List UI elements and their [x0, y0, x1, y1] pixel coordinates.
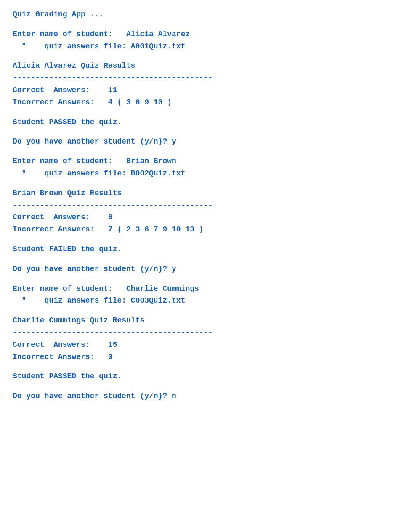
student3-results-header: Charlie Cummings Quiz Results	[13, 314, 407, 327]
student2-enter-name: Enter name of student: Brian Brown	[13, 155, 407, 167]
student3-incorrect: Incorrect Answers: 0	[13, 351, 407, 363]
spacer-9	[13, 275, 407, 283]
student1-results-header: Alicia Alvarez Quiz Results	[13, 60, 407, 72]
spacer-10	[13, 307, 407, 314]
spacer-11	[13, 363, 407, 370]
spacer-2	[13, 52, 407, 60]
spacer-12	[13, 383, 407, 390]
student1-divider: ----------------------------------------…	[13, 72, 407, 84]
spacer-5	[13, 148, 407, 155]
student2-divider: ----------------------------------------…	[13, 199, 407, 212]
spacer-8	[13, 255, 407, 263]
student3-correct: Correct Answers: 15	[13, 339, 407, 351]
student2-pass-fail: Student FAILED the quiz.	[13, 243, 407, 255]
spacer-4	[13, 128, 407, 136]
student1-pass-fail: Student PASSED the quiz.	[13, 116, 407, 128]
student3-pass-fail: Student PASSED the quiz.	[13, 370, 407, 383]
student1-enter-name: Enter name of student: Alicia Alvarez	[13, 28, 407, 40]
spacer-6	[13, 180, 407, 187]
student2-another-prompt: Do you have another student (y/n)? y	[13, 263, 407, 275]
spacer-7	[13, 236, 407, 243]
spacer-3	[13, 109, 407, 116]
student2-incorrect: Incorrect Answers: 7 ( 2 3 6 7 9 10 13 )	[13, 223, 407, 236]
student1-another-prompt: Do you have another student (y/n)? y	[13, 136, 407, 148]
student2-quiz-file: " quiz answers file: B002Quiz.txt	[13, 167, 407, 180]
student2-correct: Correct Answers: 8	[13, 211, 407, 223]
student1-incorrect: Incorrect Answers: 4 ( 3 6 9 10 )	[13, 96, 407, 109]
student3-quiz-file: " quiz answers file: C003Quiz.txt	[13, 295, 407, 307]
student3-enter-name: Enter name of student: Charlie Cummings	[13, 283, 407, 295]
student3-another-prompt: Do you have another student (y/n)? n	[13, 390, 407, 402]
spacer-1	[13, 21, 407, 28]
student3-divider: ----------------------------------------…	[13, 327, 407, 339]
student1-correct: Correct Answers: 11	[13, 84, 407, 96]
student2-results-header: Brian Brown Quiz Results	[13, 187, 407, 199]
student1-quiz-file: " quiz answers file: A001Quiz.txt	[13, 40, 407, 53]
app-title: Quiz Grading App ...	[13, 8, 407, 21]
